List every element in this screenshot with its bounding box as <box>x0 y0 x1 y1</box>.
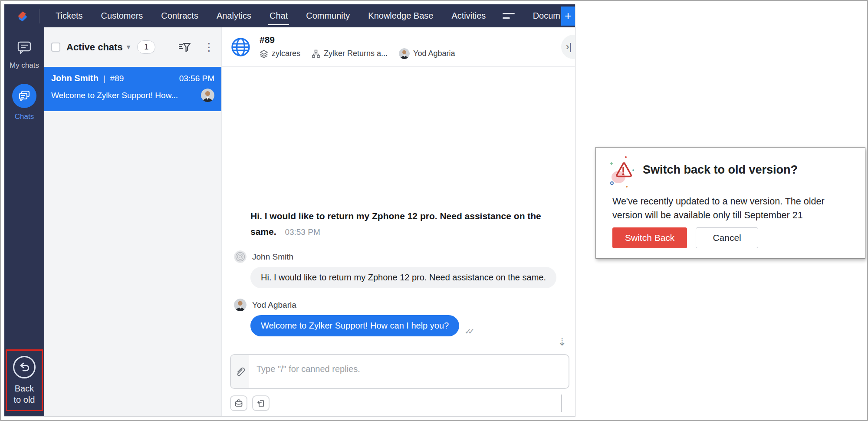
org-tree-icon <box>312 49 320 58</box>
collapse-icon: ›| <box>566 41 572 53</box>
sidebar-item-my-chats[interactable]: My chats <box>10 40 39 70</box>
chat-list-item-selected[interactable]: John Smith | #89 03:56 PM Welcome to Zyl… <box>44 67 221 111</box>
left-sidebar: My chats Chats <box>4 27 44 416</box>
undo-arrow-icon <box>18 362 30 372</box>
layers-icon <box>260 49 268 58</box>
sidebar-item-label: Chats <box>15 112 34 121</box>
nav-item-contracts[interactable]: Contracts <box>152 4 207 27</box>
more-options-kebab-icon[interactable]: ⋮ <box>204 42 214 53</box>
switch-back-button[interactable]: Switch Back <box>612 227 687 248</box>
select-all-checkbox[interactable] <box>51 43 60 52</box>
message-group-agent: Yod Agbaria Welcome to Zylker Support! H… <box>234 299 559 336</box>
department-chip[interactable]: Zylker Returns a... <box>312 49 388 58</box>
nav-item-activities[interactable]: Activities <box>442 4 495 27</box>
pinned-question-time: 03:53 PM <box>285 227 320 237</box>
modal-body-text: We've recently updated to a new version.… <box>612 194 855 222</box>
composer: Type "/" for canned replies. <box>222 352 575 416</box>
agent-avatar <box>201 89 214 102</box>
portal-name: zylcares <box>272 49 300 58</box>
chat-item-name: John Smith <box>51 73 99 83</box>
agent-chip[interactable]: Yod Agbaria <box>399 48 455 59</box>
sidebar-item-label: My chats <box>10 61 39 70</box>
chat-list-header: Active chats ▾ 1 ⋮ <box>44 27 221 67</box>
nav-item-knowledge-base[interactable]: Knowledge Base <box>359 4 442 27</box>
agent-name: Yod Agbaria <box>413 49 455 58</box>
read-receipt-icon: ✓✓ <box>464 326 475 336</box>
zoho-desk-logo-icon <box>14 8 30 24</box>
chats-double-bubble-icon <box>18 90 31 102</box>
chats-active-circle <box>12 84 36 108</box>
nav-divider <box>39 9 39 23</box>
filter-icon[interactable] <box>178 41 191 53</box>
chat-list-panel: Active chats ▾ 1 ⋮ John Smith | <box>44 27 221 416</box>
paperclip-icon <box>235 366 245 377</box>
cancel-button[interactable]: Cancel <box>696 227 758 248</box>
composer-actions <box>230 395 569 411</box>
agent-avatar <box>399 48 410 59</box>
chat-item-time: 03:56 PM <box>179 74 214 83</box>
conversation-ticket-id: #89 <box>260 35 467 45</box>
department-name: Zylker Returns a... <box>324 49 388 58</box>
visitor-message-bubble: Hi. I would like to return my Zphone 12 … <box>250 267 556 288</box>
nav-item-customers[interactable]: Customers <box>92 4 152 27</box>
portal-chip[interactable]: zylcares <box>260 49 300 58</box>
nav-reorder-icon[interactable] <box>503 13 515 19</box>
chevron-down-icon[interactable]: ▾ <box>127 43 131 52</box>
message-sender-name: John Smith <box>252 252 293 262</box>
nav-item-tickets[interactable]: Tickets <box>46 4 92 27</box>
nav-item-documents[interactable]: Docum <box>533 11 560 21</box>
my-chats-bubble-icon <box>16 40 32 55</box>
app-window: Tickets Customers Contracts Analytics Ch… <box>4 4 575 417</box>
top-navbar: Tickets Customers Contracts Analytics Ch… <box>4 4 575 27</box>
conversation-panel: #89 zylcares <box>221 27 575 416</box>
canned-reply-button[interactable] <box>252 395 270 411</box>
back-circle <box>13 356 36 378</box>
message-group-visitor: John Smith Hi. I would like to return my… <box>234 250 559 288</box>
scroll-down-arrow-icon[interactable]: ⇣ <box>558 336 566 348</box>
back-to-old-button[interactable]: Back to old <box>6 349 43 411</box>
business-hours-button[interactable] <box>230 395 247 411</box>
collapse-panel-button[interactable]: ›| <box>561 35 575 59</box>
web-channel-globe-icon <box>230 37 251 57</box>
chat-item-separator: | <box>103 74 105 83</box>
chat-list-empty-area <box>44 111 221 416</box>
pinned-question: Hi. I would like to return my Zphone 12 … <box>250 208 563 240</box>
visitor-avatar <box>234 250 247 263</box>
screenshot-frame: Tickets Customers Contracts Analytics Ch… <box>0 0 868 421</box>
warning-triangle-icon <box>606 154 640 191</box>
switch-back-modal: Switch back to old version? We've recent… <box>595 147 865 259</box>
chat-item-ticket: #89 <box>110 74 124 83</box>
message-input-box[interactable]: Type "/" for canned replies. <box>230 354 569 389</box>
agent-avatar <box>234 299 247 311</box>
message-sender-name: Yod Agbaria <box>252 300 296 310</box>
back-to-old-label-line2: to old <box>14 394 35 405</box>
conversation-header: #89 zylcares <box>222 27 575 67</box>
chat-count-badge: 1 <box>137 40 155 54</box>
attach-column[interactable] <box>231 355 249 388</box>
modal-title: Switch back to old version? <box>643 163 798 177</box>
sidebar-item-chats[interactable]: Chats <box>12 84 36 121</box>
message-input[interactable]: Type "/" for canned replies. <box>249 355 569 388</box>
back-to-old-label-line1: Back <box>14 383 35 394</box>
composer-cursor-bar <box>561 395 562 412</box>
nav-item-analytics[interactable]: Analytics <box>207 4 260 27</box>
nav-add-module-button[interactable]: + <box>561 7 575 26</box>
nav-item-community[interactable]: Community <box>297 4 359 27</box>
agent-message-bubble: Welcome to Zylker Support! How can I hel… <box>250 315 459 336</box>
messages-area: Hi. I would like to return my Zphone 12 … <box>222 67 575 352</box>
note-arrow-icon <box>256 399 265 408</box>
chat-list-title[interactable]: Active chats <box>66 42 123 53</box>
briefcase-icon <box>234 399 243 408</box>
nav-item-chat[interactable]: Chat <box>260 4 297 27</box>
chat-item-preview: Welcome to Zylker Support! How... <box>51 91 201 100</box>
